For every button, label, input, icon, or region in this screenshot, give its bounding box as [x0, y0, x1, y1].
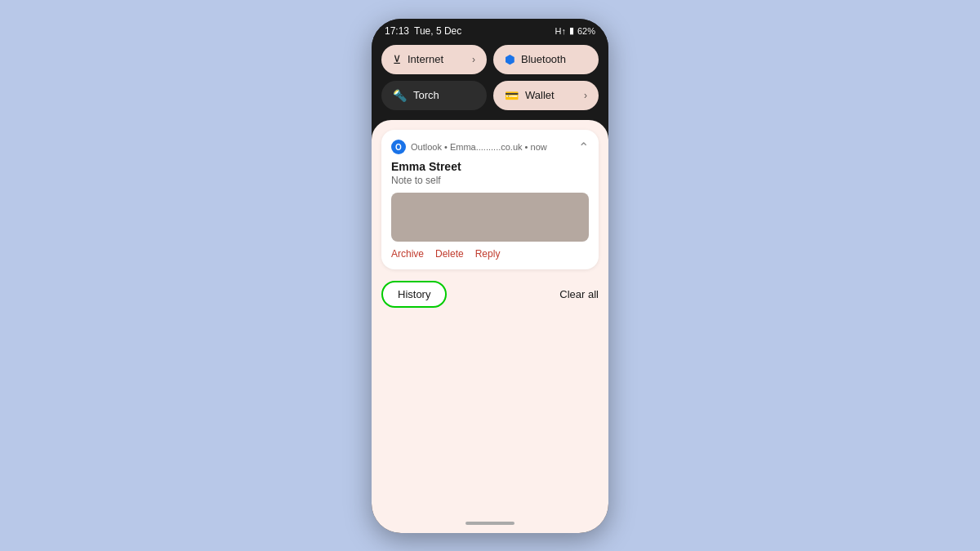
quick-tiles-grid: ⊻ Internet › ⬢ Bluetooth 🔦 Torch 💳 Walle…	[372, 40, 608, 120]
history-button[interactable]: History	[381, 281, 447, 308]
internet-label: Internet	[408, 53, 466, 65]
torch-label: Torch	[413, 89, 475, 101]
signal-icon: H↑	[555, 26, 566, 36]
notif-expand-icon[interactable]: ⌃	[578, 140, 589, 155]
notif-delete-button[interactable]: Delete	[435, 248, 464, 260]
notif-reply-button[interactable]: Reply	[475, 248, 501, 260]
notif-actions: Archive Delete Reply	[391, 248, 589, 260]
clear-all-button[interactable]: Clear all	[559, 288, 599, 300]
battery-icon: ▮	[569, 25, 574, 36]
notification-area: O Outlook • Emma..........co.uk • now ⌃ …	[372, 120, 608, 517]
home-indicator	[372, 517, 608, 533]
torch-icon: 🔦	[393, 89, 407, 102]
outlook-app-icon: O	[391, 140, 406, 154]
notif-sender: Emma Street	[391, 160, 589, 173]
notif-app-info: O Outlook • Emma..........co.uk • now	[391, 140, 547, 154]
wallet-label: Wallet	[525, 89, 577, 101]
notification-card: O Outlook • Emma..........co.uk • now ⌃ …	[381, 130, 599, 269]
bluetooth-icon: ⬢	[505, 53, 514, 66]
notif-preview-image	[391, 193, 589, 242]
notif-archive-button[interactable]: Archive	[391, 248, 424, 260]
wallet-icon: 💳	[505, 89, 519, 102]
bottom-buttons: History Clear all	[381, 278, 599, 311]
status-bar: 17:13 Tue, 5 Dec H↑ ▮ 62%	[372, 19, 608, 40]
notif-subject: Note to self	[391, 175, 589, 186]
internet-arrow: ›	[472, 54, 475, 65]
wallet-arrow: ›	[584, 90, 587, 101]
status-date: Tue, 5 Dec	[414, 25, 461, 37]
status-time: 17:13	[385, 25, 409, 37]
status-icons: H↑ ▮ 62%	[555, 25, 595, 36]
home-bar	[466, 522, 514, 525]
phone-frame: 17:13 Tue, 5 Dec H↑ ▮ 62% ⊻ Internet › ⬢…	[372, 19, 608, 533]
tile-bluetooth[interactable]: ⬢ Bluetooth	[493, 45, 599, 74]
tile-torch[interactable]: 🔦 Torch	[381, 81, 487, 110]
bluetooth-label: Bluetooth	[521, 53, 587, 65]
notif-header: O Outlook • Emma..........co.uk • now ⌃	[391, 140, 589, 155]
battery-percent: 62%	[577, 26, 595, 36]
notif-app-name: Outlook • Emma..........co.uk • now	[411, 142, 547, 152]
tile-internet[interactable]: ⊻ Internet ›	[381, 45, 487, 74]
internet-icon: ⊻	[393, 53, 401, 66]
tile-wallet[interactable]: 💳 Wallet ›	[493, 81, 599, 110]
